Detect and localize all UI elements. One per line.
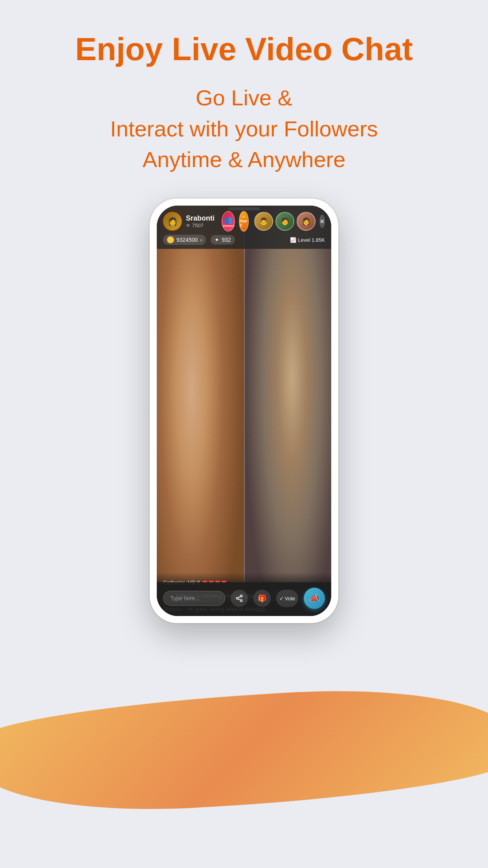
eye-icon: 👁 (186, 223, 191, 228)
coin-badge: 9324500 › (163, 235, 206, 245)
level-badge: 📈 Level 1.85K (290, 237, 325, 243)
coin-value: 9324500 (176, 237, 198, 243)
main-title: Enjoy Live Video Chat (0, 31, 488, 67)
megaphone-icon: 📣 (309, 593, 320, 603)
vote-button[interactable]: ✓ Vote (276, 590, 298, 607)
checkmark-icon: ✓ (279, 596, 284, 601)
streamer-info: Srabonti 👁 7507 (186, 214, 215, 228)
subtitle: Go Live & Interact with your Followers A… (0, 83, 488, 175)
input-placeholder: Type here... (171, 595, 200, 601)
streamer-name: Srabonti (186, 214, 215, 223)
viewers-badge[interactable]: 👥 Viewers (222, 211, 235, 232)
video-divider (244, 206, 245, 616)
participant-avatars: 👨 🧑 👩 (254, 212, 316, 231)
phone-wrapper: 👩 Srabonti 👁 7507 👥 Viewers (0, 199, 488, 623)
video-left (157, 206, 244, 616)
face-left-background (157, 206, 244, 616)
level-value: Level 1.85K (298, 237, 325, 243)
star-value: 932 (222, 237, 231, 243)
participant-avatar-3[interactable]: 👩 (297, 212, 316, 231)
top3-badge: 🏆 TOP 3 (239, 211, 248, 232)
face-right-background (244, 206, 331, 616)
video-right (244, 206, 331, 616)
gift-icon: 🎁 (258, 594, 266, 603)
coin-chevron: › (200, 237, 202, 243)
star-icon: ✦ (215, 237, 219, 243)
share-button[interactable] (231, 590, 248, 607)
type-input[interactable]: Type here... (163, 591, 225, 606)
video-area (157, 206, 331, 616)
svg-point-1 (237, 598, 238, 600)
star-badge: ✦ 932 (211, 235, 235, 245)
viewers-badge-icon: 👥 (224, 215, 233, 224)
bottom-controls: Type here... 🎁 ✓ Vote (157, 582, 331, 616)
close-button[interactable]: ✕ (319, 215, 325, 228)
viewers-badge-label: Viewers (222, 224, 234, 228)
phone-screen: 👩 Srabonti 👁 7507 👥 Viewers (157, 206, 331, 616)
header-section: Enjoy Live Video Chat Go Live & Interact… (0, 0, 488, 175)
page-background: Enjoy Live Video Chat Go Live & Interact… (0, 0, 488, 868)
top3-label: 🏆 (242, 215, 246, 219)
svg-point-2 (240, 600, 242, 602)
top-bar-row2: 9324500 › ✦ 932 📈 Level 1.85K (163, 235, 325, 245)
coin-icon (167, 236, 174, 243)
participant-avatar-1[interactable]: 👨 (254, 212, 273, 231)
phone-frame: 👩 Srabonti 👁 7507 👥 Viewers (150, 199, 338, 623)
gift-button[interactable]: 🎁 (253, 590, 271, 607)
level-icon: 📈 (290, 237, 296, 243)
participant-avatar-2[interactable]: 🧑 (275, 212, 294, 231)
vote-label: Vote (285, 596, 295, 601)
svg-line-4 (238, 597, 240, 598)
streamer-avatar[interactable]: 👩 (163, 212, 182, 231)
svg-point-0 (240, 595, 242, 597)
svg-line-3 (238, 599, 240, 600)
top3-text: TOP 3 (240, 219, 248, 227)
megaphone-button[interactable]: 📣 (304, 588, 325, 609)
top-bar-row1: 👩 Srabonti 👁 7507 👥 Viewers (163, 211, 325, 232)
viewer-count: 👁 7507 (186, 223, 215, 228)
top-bar: 👩 Srabonti 👁 7507 👥 Viewers (157, 206, 331, 249)
brush-decoration (0, 681, 488, 819)
